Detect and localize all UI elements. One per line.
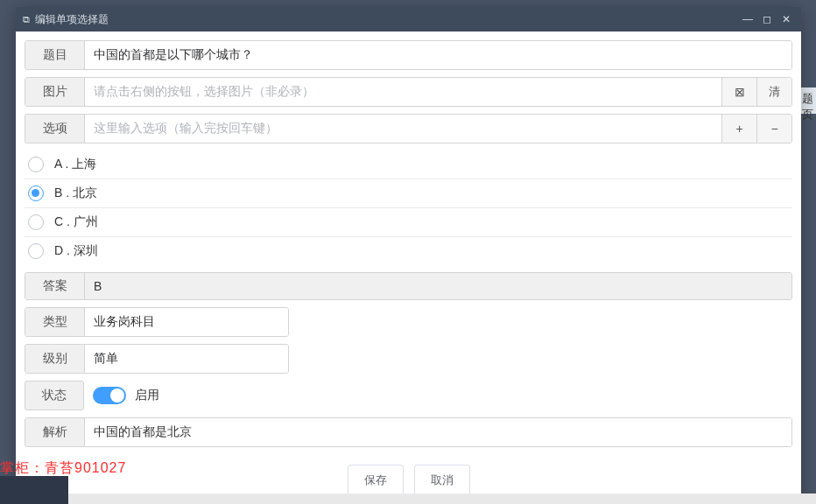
- option-item[interactable]: B . 北京: [25, 179, 792, 208]
- status-label: 状态: [25, 381, 84, 410]
- type-select[interactable]: 业务岗科目: [85, 308, 288, 336]
- explain-label: 解析: [25, 418, 85, 446]
- option-radio[interactable]: [28, 186, 44, 201]
- title-label: 题目: [25, 41, 85, 69]
- image-label: 图片: [25, 78, 85, 106]
- status-toggle[interactable]: [93, 387, 126, 404]
- option-item[interactable]: A . 上海: [25, 150, 792, 179]
- option-label: A . 上海: [54, 157, 96, 172]
- image-clear-button[interactable]: 清: [756, 78, 791, 106]
- status-field: 启用: [84, 381, 792, 410]
- option-label: B . 北京: [54, 186, 97, 201]
- option-remove-button[interactable]: −: [756, 115, 791, 143]
- option-radio[interactable]: [28, 157, 44, 172]
- explain-input[interactable]: 中国的首都是北京: [85, 418, 791, 446]
- option-add-button[interactable]: +: [721, 115, 756, 143]
- titlebar: ⧉ 编辑单项选择题 — ◻ ✕: [16, 7, 801, 32]
- save-button[interactable]: 保存: [348, 465, 404, 496]
- image-input[interactable]: 请点击右侧的按钮，选择图片（非必录）: [85, 78, 721, 106]
- answer-value: B: [85, 273, 791, 299]
- close-button[interactable]: ✕: [778, 11, 794, 27]
- options-input-row: 选项 这里输入选项（输入完按回车键） + −: [25, 114, 792, 144]
- status-row: 状态 启用: [25, 381, 792, 410]
- option-item[interactable]: C . 广州: [25, 208, 792, 237]
- title-input[interactable]: 中国的首都是以下哪个城市？: [85, 41, 791, 69]
- edit-question-dialog: ⧉ 编辑单项选择题 — ◻ ✕ 题目 中国的首都是以下哪个城市？ 图片 请点击右…: [16, 7, 801, 504]
- type-label: 类型: [25, 308, 85, 336]
- type-row: 类型 业务岗科目: [25, 307, 289, 337]
- image-pick-button[interactable]: ⊠: [721, 78, 756, 106]
- window-title: 编辑单项选择题: [35, 12, 109, 27]
- image-icon: ⊠: [735, 85, 745, 99]
- option-radio[interactable]: [28, 214, 44, 230]
- status-text: 启用: [135, 388, 159, 403]
- level-label: 级别: [25, 345, 85, 373]
- options-list: A . 上海B . 北京C . 广州D . 深圳: [25, 150, 792, 265]
- cancel-button[interactable]: 取消: [414, 465, 470, 496]
- minimize-button[interactable]: —: [740, 11, 756, 27]
- level-row: 级别 简单: [25, 344, 289, 374]
- background-hint: 题页: [800, 88, 816, 114]
- bottom-sidebar-fragment: [0, 476, 68, 504]
- dialog-content: 题目 中国的首都是以下哪个城市？ 图片 请点击右侧的按钮，选择图片（非必录） ⊠…: [16, 32, 801, 504]
- answer-label: 答案: [25, 273, 85, 299]
- option-radio[interactable]: [28, 243, 44, 259]
- option-label: D . 深圳: [54, 243, 98, 259]
- option-item[interactable]: D . 深圳: [25, 237, 792, 265]
- image-row: 图片 请点击右侧的按钮，选择图片（非必录） ⊠ 清: [25, 77, 792, 107]
- maximize-button[interactable]: ◻: [759, 11, 775, 27]
- options-label: 选项: [25, 115, 85, 143]
- answer-row: 答案 B: [25, 272, 792, 300]
- window-icon: ⧉: [23, 14, 30, 25]
- title-row: 题目 中国的首都是以下哪个城市？: [25, 40, 792, 70]
- options-input[interactable]: 这里输入选项（输入完按回车键）: [85, 115, 721, 143]
- level-select[interactable]: 简单: [85, 345, 288, 373]
- bottom-bar-fragment: [68, 494, 816, 504]
- option-label: C . 广州: [54, 214, 98, 230]
- explain-row: 解析 中国的首都是北京: [25, 417, 792, 447]
